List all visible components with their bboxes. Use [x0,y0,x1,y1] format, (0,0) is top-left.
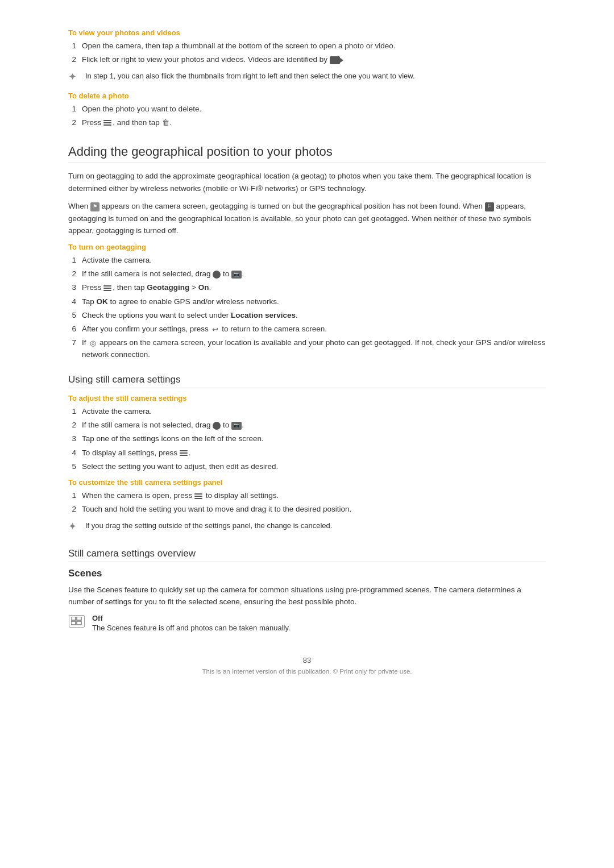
still-icon [213,271,221,279]
geo-main-heading: Adding the geographical position to your… [68,144,546,163]
view-photos-step-2: 2 Flick left or right to view your photo… [68,54,546,65]
camera-mode-icon-2: 📷 [231,422,242,430]
turn-on-geo-steps: 1 Activate the camera. 2 If the still ca… [68,255,546,360]
svg-rect-3 [77,621,81,625]
geo-section: Adding the geographical position to your… [68,144,546,237]
view-photos-step-1: 1 Open the camera, then tap a thumbnail … [68,40,546,52]
overview-sub-heading: Still camera settings overview [68,548,546,562]
geo-step-2: 2 If the still camera is not selected, d… [68,268,546,280]
customize-still-steps: 1 When the camera is open, press to disp… [68,490,546,516]
delete-photo-heading: To delete a photo [68,92,546,100]
scenes-section: Scenes Use the Scenes feature to quickly… [68,568,546,634]
geo-body1: Turn on geotagging to add the approximat… [68,170,546,194]
geo-found-icon: ⚐ [485,202,494,211]
menu-icon [103,119,113,126]
adjust-step-5: 5 Select the setting you want to adjust,… [68,461,546,472]
delete-photo-section: To delete a photo 1 Open the photo you w… [68,92,546,129]
adjust-still-steps: 1 Activate the camera. 2 If the still ca… [68,406,546,472]
turn-on-geo-heading: To turn on geotagging [68,243,546,251]
video-icon [330,56,340,64]
menu-icon-2 [103,285,113,292]
page-number: 83 [68,656,546,665]
menu-icon-4 [194,493,204,500]
customize-step-1: 1 When the camera is open, press to disp… [68,490,546,501]
view-photos-heading: To view your photos and videos [68,28,546,37]
delete-step-2: 2 Press , and then tap 🗑. [68,117,546,128]
delete-photo-steps: 1 Open the photo you want to delete. 2 P… [68,103,546,129]
footer-note: This is an Internet version of this publ… [68,668,546,675]
tip-icon: ✦ [68,69,80,85]
geo-step-1: 1 Activate the camera. [68,255,546,266]
overview-section: Still camera settings overview [68,548,546,562]
adjust-step-3: 3 Tap one of the settings icons on the l… [68,433,546,445]
view-photos-steps: 1 Open the camera, then tap a thumbnail … [68,40,546,66]
still-icon-2 [213,422,221,430]
delete-step-1: 1 Open the photo you want to delete. [68,103,546,115]
geo-step-3: 3 Press , then tap Geotagging > On. [68,282,546,293]
scenes-grid-svg [71,617,82,626]
view-photos-section: To view your photos and videos 1 Open th… [68,28,546,85]
geo-step-6: 6 After you confirm your settings, press… [68,323,546,335]
view-photos-tip: ✦ In step 1, you can also flick the thum… [68,70,546,85]
adjust-still-heading: To adjust the still camera settings [68,394,546,402]
turn-on-geo-section: To turn on geotagging 1 Activate the cam… [68,243,546,360]
svg-rect-1 [77,617,81,620]
adjust-step-2: 2 If the still camera is not selected, d… [68,420,546,431]
scenes-off-icon [69,615,85,628]
still-camera-tip: ✦ If you drag the setting outside of the… [68,520,546,534]
scenes-off-label: Off [92,614,291,622]
geo-step-4: 4 Tap OK to agree to enable GPS and/or w… [68,296,546,308]
menu-icon-3 [180,450,189,456]
scenes-body: Use the Scenes feature to quickly set up… [68,584,546,608]
still-camera-section: Using still camera settings To adjust th… [68,374,546,534]
adjust-step-4: 4 To display all settings, press . [68,447,546,459]
scenes-heading: Scenes [68,568,546,579]
still-camera-sub-heading: Using still camera settings [68,374,546,388]
adjust-step-1: 1 Activate the camera. [68,406,546,417]
svg-rect-2 [71,621,76,625]
camera-mode-icon: 📷 [231,271,242,279]
customize-still-heading: To customize the still camera settings p… [68,478,546,487]
trash-icon: 🗑 [162,118,170,127]
tip-icon-2: ✦ [68,519,80,534]
geo-step-5: 5 Check the options you want to select u… [68,310,546,321]
location-icon: ◎ [88,339,97,348]
geo-searching-icon: ⚑ [90,202,99,211]
scenes-off-desc: The Scenes feature is off and photos can… [92,622,291,634]
customize-step-2: 2 Touch and hold the setting you want to… [68,504,546,515]
scenes-item-off: Off The Scenes feature is off and photos… [68,614,546,634]
back-icon: ↩ [211,326,220,334]
svg-rect-0 [71,617,76,620]
page-footer: 83 This is an Internet version of this p… [68,656,546,675]
geo-body2: When ⚑ appears on the camera screen, geo… [68,200,546,237]
geo-step-7: 7 If ◎ appears on the camera screen, you… [68,337,546,360]
